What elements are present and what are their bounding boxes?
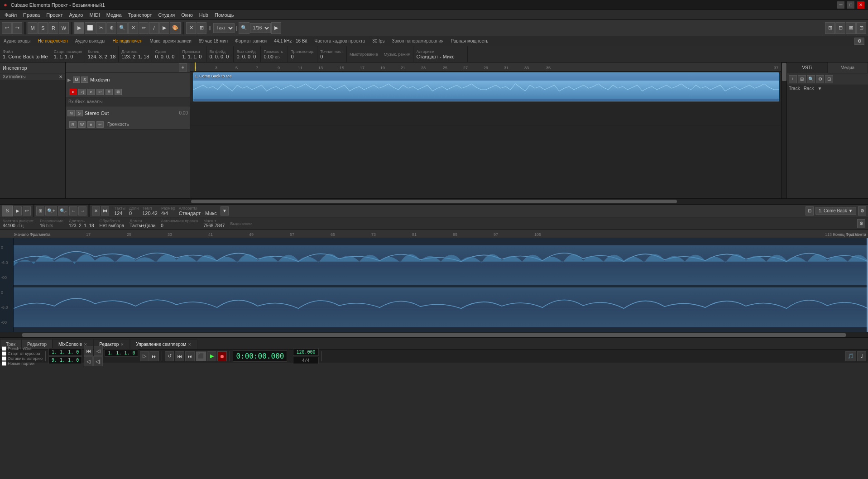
transport-to-start[interactable]: ⏮ (84, 346, 93, 356)
track-monitor-btn[interactable]: ◁ (78, 89, 86, 95)
se-loop-btn[interactable]: ↩ (23, 206, 31, 216)
menu-edit[interactable]: Правка (20, 11, 43, 19)
mixdown-clip[interactable]: 1. Come Back to Me (193, 72, 779, 101)
view-btn-3[interactable]: ⊠ (846, 22, 856, 34)
timesig-display[interactable]: 4/4 (293, 357, 318, 364)
punch-inout-item[interactable]: Punch In/Out (2, 346, 43, 351)
metronome-btn[interactable]: 🎵 (845, 351, 856, 361)
tab-sampler-close[interactable]: ✕ (188, 342, 192, 347)
vsti-add-btn[interactable]: + (789, 75, 797, 83)
transport-cycle-l[interactable]: ◁ (84, 356, 93, 366)
transport-right-top[interactable]: 1. 1. 1. 0 (105, 349, 138, 357)
vertical-scrollbar[interactable] (781, 62, 786, 198)
stereo-out-r[interactable]: R (69, 121, 77, 128)
vsti-expand-btn[interactable]: ⊡ (825, 75, 833, 83)
stereo-out-solo[interactable]: S (76, 110, 83, 116)
tool-color[interactable]: 🎨 (170, 22, 181, 34)
menu-midi[interactable]: MIDI (86, 11, 102, 19)
vsti-settings-btn[interactable]: ⚙ (816, 75, 824, 83)
stereo-out-mute[interactable]: M (67, 110, 75, 116)
tool-line[interactable]: / (149, 22, 159, 34)
minimize-button[interactable]: ─ (837, 1, 844, 9)
se-nav-left[interactable]: ← (69, 206, 77, 216)
se-play-btn[interactable]: ▶ (14, 206, 22, 216)
close-button[interactable]: ✕ (857, 1, 864, 9)
se-zoom-grid[interactable]: ⊞ (36, 206, 44, 216)
mode-r[interactable]: R (48, 22, 58, 34)
audio-in-status[interactable]: Не подключен (38, 38, 68, 43)
tool-scissors[interactable]: ✂ (96, 22, 106, 34)
stereo-out-e[interactable]: e (87, 121, 95, 128)
se-scroll-thumb[interactable] (22, 333, 846, 337)
hitpoints-bar[interactable]: Хитпойнты ✕ (0, 73, 65, 80)
new-parts-item[interactable]: Новые партии (2, 361, 43, 366)
h-scroll-thumb[interactable] (191, 200, 677, 203)
keep-history-checkbox[interactable] (2, 356, 6, 361)
transport-fwd-btn[interactable]: ⏭ (185, 351, 195, 361)
transport-play-btn[interactable]: ▶ (207, 351, 216, 361)
stereo-out-settings[interactable]: ↩ (96, 121, 104, 128)
menu-transport[interactable]: Транспорт (125, 11, 155, 19)
se-merge-btn[interactable]: ⧓ (101, 206, 109, 216)
se-cut-btn[interactable]: ✕ (92, 206, 100, 216)
redo-button[interactable]: ↪ (12, 22, 22, 34)
snap-grid[interactable]: ⊞ (197, 22, 206, 34)
se-icon[interactable]: S (2, 206, 13, 216)
se-settings-btn[interactable]: ⚙ (858, 206, 866, 216)
vsti-sort-btn[interactable]: ⊞ (798, 75, 806, 83)
transport-step-fwd[interactable]: ▷ (140, 351, 149, 361)
click-btn[interactable]: ♩ (857, 351, 866, 361)
tool-zoom[interactable]: 🔍 (117, 22, 128, 34)
mode-w[interactable]: W (59, 22, 69, 34)
view-btn-1[interactable]: ⊞ (825, 22, 835, 34)
menu-help[interactable]: Помощь (212, 11, 237, 19)
vsti-search-btn[interactable]: 🔍 (807, 75, 815, 83)
transport-left-top[interactable]: 1. 1. 1. 0 (48, 348, 82, 356)
track-bounce-btn[interactable]: ⊠ (115, 89, 122, 95)
menu-audio[interactable]: Аудио (66, 11, 86, 19)
mode-m[interactable]: M (28, 22, 38, 34)
quantize-select[interactable]: 1/16 (250, 23, 271, 33)
transport-set-l[interactable]: ◁| (93, 356, 103, 366)
quantize-apply[interactable]: ▶ (271, 22, 281, 34)
transport-to-end[interactable]: ⏭ (149, 351, 159, 361)
track-automation-r[interactable]: e (87, 89, 95, 95)
snap-off[interactable]: ✕ (186, 22, 196, 34)
tool-mute[interactable]: ✕ (128, 22, 138, 34)
track-record-btn[interactable]: ● (69, 89, 77, 95)
track-solo-btn[interactable]: S (81, 77, 88, 83)
se-info-settings[interactable]: ⚙ (857, 219, 865, 228)
se-expand-btn[interactable]: ⊡ (806, 206, 814, 216)
statusbar-settings[interactable]: ⚙ (854, 38, 864, 45)
menu-media[interactable]: Медиа (104, 11, 125, 19)
stereo-out-w[interactable]: W (78, 121, 86, 128)
v-scroll-thumb[interactable] (782, 63, 786, 81)
snap-type-select[interactable]: Такт (213, 23, 235, 33)
punch-inout-checkbox[interactable] (2, 346, 6, 351)
se-zoom-out[interactable]: 🔍- (58, 206, 68, 216)
audio-out-status[interactable]: Не подключен (112, 38, 142, 43)
menu-file[interactable]: Файл (2, 11, 19, 19)
view-btn-4[interactable]: ⊡ (856, 22, 866, 34)
tab-sampler[interactable]: Управление семплером ✕ (130, 339, 197, 349)
maximize-button[interactable]: □ (847, 1, 854, 9)
tool-glue[interactable]: ⊕ (106, 22, 116, 34)
transport-left-bottom[interactable]: 9. 1. 1. 0 (48, 356, 82, 364)
track-expand-arrow[interactable]: ▶ (67, 77, 71, 82)
start-cursor-checkbox[interactable] (2, 351, 6, 356)
tool-draw[interactable]: ✏ (139, 22, 149, 34)
menu-studio[interactable]: Студия (155, 11, 177, 19)
search-btn[interactable]: 🔍 (239, 22, 249, 34)
new-parts-checkbox[interactable] (2, 361, 6, 366)
transport-stop-btn[interactable]: ⬛ (196, 351, 206, 361)
menu-project[interactable]: Проект (43, 11, 65, 19)
add-track-button[interactable]: + (179, 63, 187, 72)
se-zoom-in[interactable]: 🔍+ (45, 206, 57, 216)
arrange-h-scrollbar[interactable] (0, 198, 868, 204)
undo-button[interactable]: ↩ (2, 22, 12, 34)
se-algo-settings[interactable]: ▼ (221, 206, 229, 216)
mode-s[interactable]: S (38, 22, 48, 34)
tab-media[interactable]: Медиа (828, 62, 868, 73)
se-ruler[interactable]: Начало Фрагмента 1 9 17 25 33 41 49 57 6… (0, 230, 868, 238)
menu-hub[interactable]: Hub (197, 11, 211, 19)
